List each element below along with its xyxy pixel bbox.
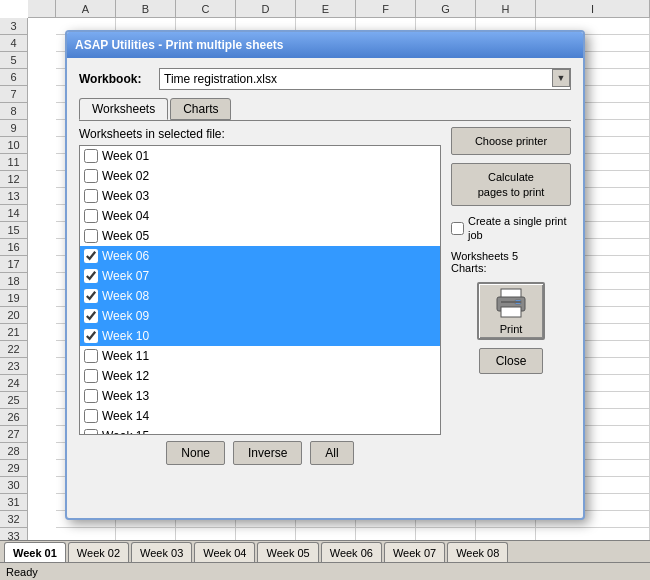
status-text: Ready [6,566,38,578]
print-button[interactable]: Print [477,282,545,340]
list-item[interactable]: Week 13 [80,386,440,406]
inverse-button[interactable]: Inverse [233,441,302,465]
tabs-row: Worksheets Charts [79,98,571,120]
all-button[interactable]: All [310,441,353,465]
sheet-tab-week08[interactable]: Week 08 [447,542,508,562]
worksheet-label-8: Week 09 [102,309,149,323]
worksheet-label-14: Week 15 [102,429,149,435]
worksheet-checkbox-13[interactable] [84,409,98,423]
row-header-30: 30 [0,477,28,494]
worksheet-label-0: Week 01 [102,149,149,163]
workbook-dropdown[interactable]: Time registration.xlsx ▼ [159,68,571,90]
workbook-row: Workbook: Time registration.xlsx ▼ [79,68,571,90]
col-header-D: D [236,0,296,18]
row-header-11: 11 [0,154,28,171]
create-single-checkbox[interactable] [451,222,464,235]
list-item[interactable]: Week 15 [80,426,440,435]
sheet-tab-week01[interactable]: Week 01 [4,542,66,562]
list-item[interactable]: Week 02 [80,166,440,186]
list-item[interactable]: Week 11 [80,346,440,366]
worksheet-label-4: Week 05 [102,229,149,243]
worksheet-label-7: Week 08 [102,289,149,303]
row-header-26: 26 [0,409,28,426]
worksheet-checkbox-7[interactable] [84,289,98,303]
worksheet-label-1: Week 02 [102,169,149,183]
worksheet-checkbox-3[interactable] [84,209,98,223]
row-header-5: 5 [0,52,28,69]
list-item[interactable]: Week 04 [80,206,440,226]
col-header-F: F [356,0,416,18]
tab-charts[interactable]: Charts [170,98,231,120]
print-info: Worksheets 5 Charts: [451,250,571,274]
dropdown-arrow-icon[interactable]: ▼ [552,69,570,87]
dialog-titlebar: ASAP Utilities - Print multiple sheets [67,32,583,58]
dialog: ASAP Utilities - Print multiple sheets W… [65,30,585,520]
worksheet-checkbox-5[interactable] [84,249,98,263]
row-header-4: 4 [0,35,28,52]
list-item[interactable]: Week 09 [80,306,440,326]
worksheet-checkbox-4[interactable] [84,229,98,243]
worksheet-checkbox-11[interactable] [84,369,98,383]
list-item[interactable]: Week 07 [80,266,440,286]
sheet-tab-week02[interactable]: Week 02 [68,542,129,562]
row-header-3: 3 [0,18,28,35]
row-header-20: 20 [0,307,28,324]
worksheet-label-5: Week 06 [102,249,149,263]
worksheet-checkbox-9[interactable] [84,329,98,343]
sheet-tab-week04[interactable]: Week 04 [194,542,255,562]
row-header-10: 10 [0,137,28,154]
printer-icon [493,287,529,321]
list-item[interactable]: Week 12 [80,366,440,386]
bottom-buttons: None Inverse All [79,441,441,465]
tab-worksheets[interactable]: Worksheets [79,98,168,120]
calculate-pages-button[interactable]: Calculate pages to print [451,163,571,206]
sheet-tab-week06[interactable]: Week 06 [321,542,382,562]
none-button[interactable]: None [166,441,225,465]
col-header-I: I [536,0,650,18]
row-header-14: 14 [0,205,28,222]
choose-printer-button[interactable]: Choose printer [451,127,571,155]
close-button[interactable]: Close [479,348,544,374]
row-header-25: 25 [0,392,28,409]
list-panel: Worksheets in selected file: Week 01Week… [79,127,441,465]
svg-rect-2 [501,307,521,317]
svg-rect-4 [501,301,521,303]
row-header-13: 13 [0,188,28,205]
worksheet-checkbox-1[interactable] [84,169,98,183]
row-header-15: 15 [0,222,28,239]
list-item[interactable]: Week 05 [80,226,440,246]
list-item[interactable]: Week 01 [80,146,440,166]
row-header-32: 32 [0,511,28,528]
status-bar: Ready [0,562,650,580]
row-header-12: 12 [0,171,28,188]
worksheet-label-6: Week 07 [102,269,149,283]
worksheet-checkbox-8[interactable] [84,309,98,323]
print-btn-container: Print [451,282,571,340]
row-header-8: 8 [0,103,28,120]
dialog-title: ASAP Utilities - Print multiple sheets [75,38,284,52]
list-item[interactable]: Week 06 [80,246,440,266]
list-item[interactable]: Week 03 [80,186,440,206]
sheet-tab-week03[interactable]: Week 03 [131,542,192,562]
list-item[interactable]: Week 10 [80,326,440,346]
sheet-tab-week05[interactable]: Week 05 [257,542,318,562]
row-header-31: 31 [0,494,28,511]
create-single-label: Create a single print job [468,214,571,243]
list-item[interactable]: Week 08 [80,286,440,306]
sheet-tab-week07[interactable]: Week 07 [384,542,445,562]
right-panel: Choose printer Calculate pages to print … [451,127,571,465]
worksheet-label-13: Week 14 [102,409,149,423]
charts-label: Charts: [451,262,571,274]
workbook-label: Workbook: [79,72,159,86]
worksheet-label-11: Week 12 [102,369,149,383]
worksheet-checkbox-0[interactable] [84,149,98,163]
worksheet-checkbox-2[interactable] [84,189,98,203]
worksheets-list[interactable]: Week 01Week 02Week 03Week 04Week 05Week … [79,145,441,435]
list-item[interactable]: Week 14 [80,406,440,426]
worksheet-checkbox-10[interactable] [84,349,98,363]
row-header-19: 19 [0,290,28,307]
worksheet-checkbox-6[interactable] [84,269,98,283]
worksheet-checkbox-12[interactable] [84,389,98,403]
tab-underline [79,120,571,121]
worksheet-checkbox-14[interactable] [84,429,98,435]
